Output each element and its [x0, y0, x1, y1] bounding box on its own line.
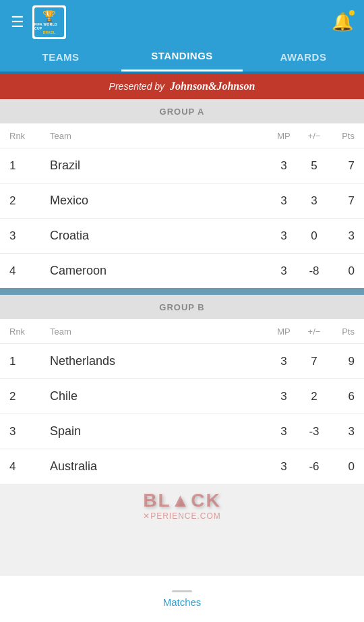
presented-by-banner: Presented by Johnson&Johnson	[0, 74, 364, 99]
rank: 4	[9, 264, 36, 278]
diff-value: 7	[298, 355, 330, 368]
bell-icon[interactable]: 🔔	[332, 11, 353, 32]
table-row: 1 Brazil 3 5 7	[0, 148, 364, 183]
header: ☰ 🏆 FIFA WORLD CUP BRAZIL 🔔	[0, 0, 364, 44]
mp-value: 3	[270, 159, 298, 173]
pts-value: 9	[330, 355, 355, 368]
pts-value: 0	[330, 264, 355, 278]
pts-value: 3	[330, 229, 355, 243]
col-mp-b: MP	[270, 327, 298, 337]
team-name: Australia	[36, 459, 270, 474]
mp-value: 3	[270, 194, 298, 208]
mp-value: 3	[270, 355, 298, 368]
col-pts-b: Pts	[330, 327, 355, 337]
rank: 2	[9, 390, 36, 403]
mp-value: 3	[270, 390, 298, 403]
mp-value: 3	[270, 425, 298, 439]
team-name: Mexico	[36, 194, 270, 208]
group-a: GROUP A Rnk Team MP +/− Pts 1 Brazil 3 5…	[0, 99, 364, 288]
col-team-a: Team	[36, 131, 270, 141]
diff-value: -8	[298, 264, 330, 278]
sponsor-name: Johnson&Johnson	[170, 80, 255, 92]
diff-value: 5	[298, 159, 330, 173]
team-name: Spain	[36, 424, 270, 439]
group-b-header: GROUP B	[0, 295, 364, 319]
table-row: 3 Croatia 3 0 3	[0, 218, 364, 253]
bottom-bar: Matches	[0, 575, 364, 622]
col-rnk-a: Rnk	[9, 131, 36, 141]
notification-dot	[349, 10, 355, 16]
table-row: 2 Mexico 3 3 7	[0, 183, 364, 218]
rank: 1	[9, 355, 36, 368]
table-row: 1 Netherlands 3 7 9	[0, 343, 364, 378]
table-row: 2 Chile 3 2 6	[0, 378, 364, 414]
group-a-title: GROUP A	[160, 107, 205, 117]
group-a-column-headers: Rnk Team MP +/− Pts	[0, 123, 364, 148]
pts-value: 7	[330, 194, 355, 208]
fifa-logo: 🏆 FIFA WORLD CUP BRAZIL	[32, 5, 66, 39]
rank: 1	[9, 159, 36, 173]
table-row: 4 Australia 3 -6 0	[0, 449, 364, 484]
col-diff-b: +/−	[298, 327, 330, 337]
tab-standings[interactable]: STANDINGS	[121, 42, 243, 72]
diff-value: 2	[298, 390, 330, 403]
group-a-header: GROUP A	[0, 99, 364, 123]
col-pts-a: Pts	[330, 131, 355, 141]
group-b-title: GROUP B	[159, 302, 204, 312]
diff-value: -3	[298, 425, 330, 439]
rank: 4	[9, 460, 36, 474]
tab-awards[interactable]: AWARDS	[243, 42, 364, 72]
col-mp-a: MP	[270, 131, 298, 141]
mp-value: 3	[270, 460, 298, 474]
col-team-b: Team	[36, 327, 270, 337]
menu-icon[interactable]: ☰	[11, 13, 24, 31]
col-diff-a: +/−	[298, 131, 330, 141]
group-b: GROUP B Rnk Team MP +/− Pts 1 Netherland…	[0, 295, 364, 484]
team-name: Cameroon	[36, 264, 270, 278]
team-name: Chile	[36, 389, 270, 403]
pts-value: 6	[330, 390, 355, 403]
diff-value: 0	[298, 229, 330, 243]
rank: 3	[9, 229, 36, 243]
nav-tabs: TEAMS STANDINGS AWARDS	[0, 44, 364, 74]
table-row: 4 Cameroon 3 -8 0	[0, 253, 364, 288]
rank: 2	[9, 194, 36, 208]
mp-value: 3	[270, 264, 298, 278]
group-b-column-headers: Rnk Team MP +/− Pts	[0, 319, 364, 343]
col-rnk-b: Rnk	[9, 327, 36, 337]
bottom-divider	[172, 590, 192, 592]
team-name: Brazil	[36, 159, 270, 173]
content-area: GROUP A Rnk Team MP +/− Pts 1 Brazil 3 5…	[0, 99, 364, 575]
matches-button[interactable]: Matches	[163, 596, 202, 608]
diff-value: -6	[298, 460, 330, 474]
rank: 3	[9, 425, 36, 439]
tab-teams[interactable]: TEAMS	[0, 42, 121, 72]
pts-value: 7	[330, 159, 355, 173]
presented-text: Presented by	[109, 81, 165, 92]
team-name: Netherlands	[36, 354, 270, 368]
team-name: Croatia	[36, 229, 270, 243]
diff-value: 3	[298, 194, 330, 208]
table-row: 3 Spain 3 -3 3	[0, 414, 364, 449]
mp-value: 3	[270, 229, 298, 243]
pts-value: 3	[330, 425, 355, 439]
group-divider	[0, 288, 364, 295]
pts-value: 0	[330, 460, 355, 474]
